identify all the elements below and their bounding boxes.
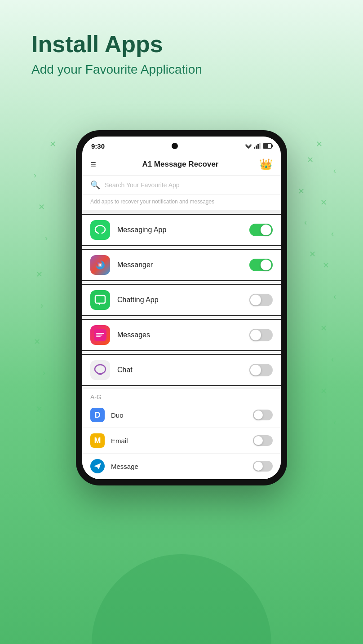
svg-rect-2 [254, 147, 255, 149]
app-name: Messages [117, 331, 249, 339]
svg-rect-16 [96, 335, 102, 335]
crown-icon: 👑 [259, 158, 273, 171]
svg-rect-3 [256, 146, 257, 149]
svg-rect-12 [95, 296, 105, 303]
page-subtitle: Add your Favourite Application [31, 62, 332, 77]
svg-rect-8 [99, 232, 101, 234]
app-list: Messaging App [82, 214, 281, 479]
list-item[interactable]: Message [82, 454, 281, 479]
info-text: Add apps to recover your notification an… [82, 195, 281, 214]
app-name: Duo [111, 411, 253, 419]
list-item[interactable]: Chat [82, 354, 281, 386]
svg-point-11 [99, 264, 101, 266]
duo-toggle[interactable] [253, 410, 273, 420]
wifi-icon [245, 143, 252, 149]
chat-toggle[interactable] [249, 364, 273, 376]
message-toggle[interactable] [253, 461, 273, 472]
app-name: Message [111, 463, 253, 470]
search-bar[interactable]: 🔍 Search Your Favourite App [82, 176, 281, 195]
list-item[interactable]: D Duo [82, 402, 281, 428]
messages-toggle[interactable] [249, 329, 273, 341]
app-name: Email [111, 437, 253, 445]
search-placeholder: Search Your Favourite App [105, 181, 180, 189]
list-item[interactable]: Messaging App [82, 214, 281, 246]
svg-marker-1 [246, 145, 251, 149]
svg-rect-5 [259, 143, 261, 149]
app-name: Chatting App [117, 296, 249, 304]
app-name: Messaging App [117, 226, 249, 234]
messaging-toggle[interactable] [249, 224, 273, 236]
page-title: Install Apps [31, 31, 332, 57]
app-name: Messanger [117, 261, 249, 269]
phone-outer: 9:30 [76, 130, 287, 485]
chatting-toggle[interactable] [249, 294, 273, 306]
status-time: 9:30 [91, 142, 105, 150]
svg-rect-4 [257, 144, 259, 149]
list-item[interactable]: M Email [82, 428, 281, 454]
telegram-icon [90, 459, 105, 473]
status-icons [245, 143, 272, 149]
menu-icon[interactable]: ≡ [90, 159, 96, 170]
messages-app-icon [90, 325, 110, 345]
bottom-decoration [92, 554, 271, 644]
svg-point-18 [95, 365, 106, 374]
messenger-toggle[interactable] [249, 259, 273, 271]
chatting-app-icon [90, 290, 110, 310]
section-header: A-G [82, 389, 281, 402]
email-toggle[interactable] [253, 435, 273, 446]
camera-notch [172, 143, 178, 149]
messaging-app-icon [90, 220, 110, 240]
app-bar: ≡ A1 Message Recover 👑 [82, 154, 281, 176]
signal-icon [254, 143, 261, 149]
status-bar: 9:30 [82, 137, 281, 154]
svg-rect-15 [96, 333, 104, 334]
email-icon: M [90, 433, 105, 448]
list-item[interactable]: Messages [82, 319, 281, 351]
list-item[interactable]: Messanger [82, 249, 281, 281]
phone-screen: 9:30 [82, 137, 281, 479]
messenger-app-icon [90, 255, 110, 275]
battery-icon [263, 143, 272, 149]
header-section: Install Apps Add your Favourite Applicat… [31, 31, 332, 77]
list-item[interactable]: Chatting App [82, 284, 281, 316]
svg-rect-17 [96, 336, 101, 337]
app-bar-title: A1 Message Recover [102, 160, 259, 169]
app-name: Chat [117, 366, 249, 374]
duo-icon: D [90, 408, 105, 422]
phone-mockup: 9:30 [76, 130, 287, 485]
search-icon: 🔍 [90, 180, 100, 190]
chat-app-icon [90, 360, 110, 380]
